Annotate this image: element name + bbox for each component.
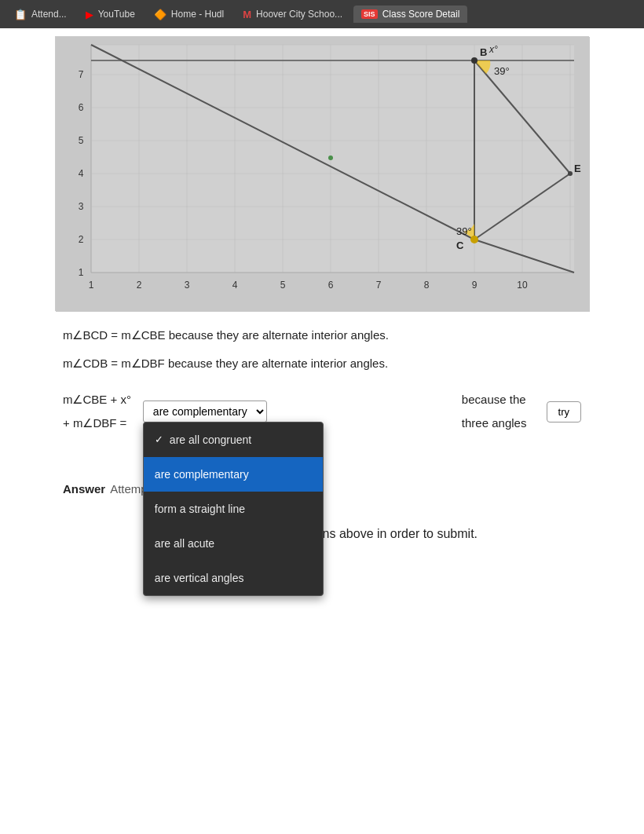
svg-text:6: 6 <box>328 280 334 291</box>
svg-text:C: C <box>456 240 464 251</box>
youtube-icon: ▶ <box>86 9 93 20</box>
tab-hudl-label: Home - Hudl <box>171 9 224 20</box>
svg-text:8: 8 <box>424 280 430 291</box>
tab-youtube-label: YouTube <box>98 9 135 20</box>
svg-text:E: E <box>574 163 581 174</box>
dropdown-suffix: because the three angles <box>462 388 534 435</box>
dropdown-option-acute-label: are all acute <box>155 532 214 554</box>
tab-attend[interactable]: 📋 Attend... <box>6 5 75 24</box>
attend-icon: 📋 <box>14 9 27 20</box>
svg-point-47 <box>568 171 573 176</box>
dropdown-option-congruent-label: are all congruent <box>170 429 251 451</box>
try-button[interactable]: try <box>547 401 581 422</box>
math-text-section: m∠BCD = m∠CBE because they are alternate… <box>16 324 628 435</box>
tab-sis[interactable]: SIS Class Score Detail <box>353 5 467 23</box>
svg-text:x°: x° <box>488 44 498 55</box>
tab-bar: 📋 Attend... ▶ YouTube 🔶 Home - Hudl M Ho… <box>0 0 644 28</box>
dropdown-menu: ✓ are all congruent are complementary fo… <box>143 422 324 596</box>
svg-text:2: 2 <box>79 234 84 245</box>
dropdown-option-straight-label: form a straight line <box>155 498 245 520</box>
math-line-1: m∠BCD = m∠CBE because they are alternate… <box>63 324 581 347</box>
svg-text:10: 10 <box>517 280 528 291</box>
dropdown-option-straight[interactable]: form a straight line <box>144 492 323 526</box>
svg-text:6: 6 <box>79 102 84 113</box>
svg-text:5: 5 <box>280 280 286 291</box>
check-icon-congruent: ✓ <box>155 430 163 450</box>
svg-text:1: 1 <box>89 280 94 291</box>
dropdown-option-complementary[interactable]: are complementary <box>144 457 323 492</box>
dropdown-option-congruent[interactable]: ✓ are all congruent <box>144 422 323 457</box>
svg-text:7: 7 <box>79 69 84 80</box>
tab-hudl[interactable]: 🔶 Home - Hudl <box>146 5 232 24</box>
tab-sis-label: Class Score Detail <box>382 9 460 20</box>
svg-text:4: 4 <box>79 168 84 179</box>
try-button-label: try <box>558 406 569 418</box>
dropdown-option-vertical-label: are vertical angles <box>155 567 244 589</box>
dropdown-option-vertical[interactable]: are vertical angles <box>144 561 323 595</box>
graph-svg: 1 2 3 4 5 6 7 1 2 3 4 5 6 7 8 9 10 <box>56 37 590 312</box>
svg-text:39°: 39° <box>494 65 510 77</box>
dropdown-row: m∠CBE + x° + m∠DBF = are all congruent a… <box>63 388 581 435</box>
angle-dropdown[interactable]: are all congruent are complementary form… <box>143 401 267 422</box>
svg-text:2: 2 <box>137 280 142 291</box>
svg-text:B: B <box>480 46 487 58</box>
sis-badge: SIS <box>361 9 378 19</box>
svg-text:7: 7 <box>376 280 382 291</box>
tab-hoover[interactable]: M Hoover City Schoo... <box>235 5 350 24</box>
hudl-icon: 🔶 <box>154 9 166 20</box>
graph-container: 1 2 3 4 5 6 7 1 2 3 4 5 6 7 8 9 10 <box>55 36 589 311</box>
dropdown-option-complementary-label: are complementary <box>155 463 249 485</box>
tab-youtube[interactable]: ▶ YouTube <box>78 5 143 24</box>
svg-text:3: 3 <box>185 280 190 291</box>
hoover-icon: M <box>243 9 251 20</box>
svg-text:9: 9 <box>472 280 478 291</box>
tab-hoover-label: Hoover City Schoo... <box>256 9 342 20</box>
svg-point-45 <box>471 57 478 64</box>
svg-text:4: 4 <box>232 280 238 291</box>
answer-label: Answer <box>63 482 105 496</box>
math-line-2: m∠CDB = m∠DBF because they are alternate… <box>63 352 581 375</box>
svg-point-54 <box>328 155 333 160</box>
dropdown-prefix: m∠CBE + x° + m∠DBF = <box>63 388 137 435</box>
main-content: 1 2 3 4 5 6 7 1 2 3 4 5 6 7 8 9 10 <box>0 28 644 511</box>
math-line-1-text: m∠BCD = m∠CBE because they are alternate… <box>63 328 389 342</box>
svg-text:5: 5 <box>79 135 84 146</box>
dropdown-popup: are all congruent are complementary form… <box>143 400 267 423</box>
svg-text:39°: 39° <box>456 225 472 237</box>
dropdown-option-acute[interactable]: are all acute <box>144 526 323 561</box>
svg-text:1: 1 <box>79 267 84 278</box>
math-line-2-text: m∠CDB = m∠DBF because they are alternate… <box>63 357 388 370</box>
svg-text:3: 3 <box>79 201 84 212</box>
tab-attend-label: Attend... <box>31 9 67 20</box>
